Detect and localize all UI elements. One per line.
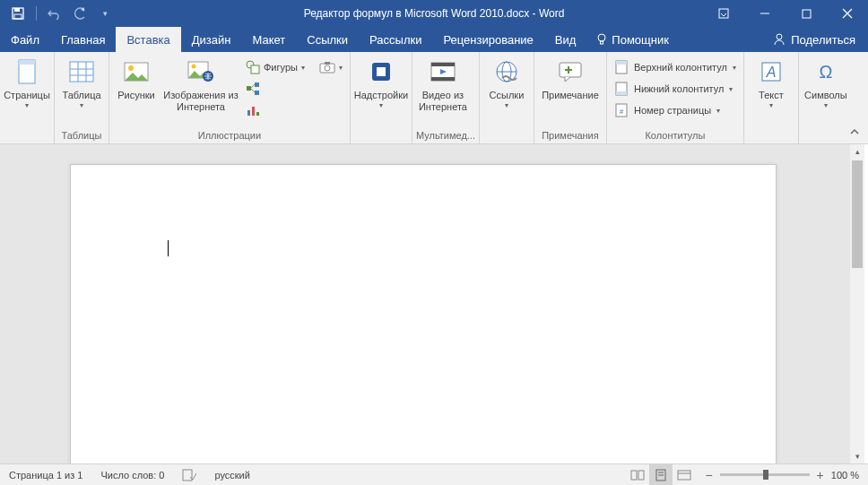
svg-rect-57 xyxy=(631,471,637,480)
group-comments: Примечание Примечания xyxy=(534,52,607,143)
read-mode-button[interactable] xyxy=(626,464,649,486)
addins-button[interactable]: Надстройки ▾ xyxy=(354,54,408,127)
svg-point-10 xyxy=(777,34,782,39)
text-button[interactable]: A Текст ▾ xyxy=(748,54,794,127)
svg-rect-58 xyxy=(638,471,644,480)
comment-button[interactable]: Примечание xyxy=(538,54,603,127)
tab-design[interactable]: Дизайн xyxy=(181,27,242,52)
header-button[interactable]: Верхний колонтитул▾ xyxy=(611,57,740,77)
table-button[interactable]: Таблица ▾ xyxy=(58,54,105,127)
comment-icon xyxy=(556,57,585,86)
scroll-up-button[interactable]: ▴ xyxy=(850,144,864,159)
tab-file[interactable]: Файл xyxy=(0,27,50,52)
document-name: Редактор формул в Microsoft Word 2010.do… xyxy=(304,7,530,20)
smartart-button[interactable] xyxy=(242,79,308,99)
links-button[interactable]: Ссылки ▾ xyxy=(483,54,530,127)
ribbon-options-button[interactable] xyxy=(703,0,744,27)
zoom-slider[interactable] xyxy=(720,473,810,476)
scroll-down-button[interactable]: ▾ xyxy=(850,449,864,463)
omega-icon: Ω xyxy=(812,57,840,86)
group-text: A Текст ▾ xyxy=(744,52,799,143)
smartart-icon xyxy=(246,82,260,96)
pagenumber-button[interactable]: # Номер страницы▾ xyxy=(611,100,740,120)
svg-rect-13 xyxy=(70,62,93,82)
shapes-icon xyxy=(246,60,260,74)
chart-button[interactable] xyxy=(242,100,308,120)
online-video-button[interactable]: Видео из Интернета xyxy=(416,54,470,127)
tell-me[interactable]: Помощник xyxy=(586,27,678,52)
page-indicator[interactable]: Страница 1 из 1 xyxy=(0,470,91,481)
tell-me-label: Помощник xyxy=(612,33,669,47)
zoom-in-button[interactable]: + xyxy=(817,468,824,482)
svg-rect-9 xyxy=(601,41,603,44)
addins-icon xyxy=(367,57,395,86)
window-controls xyxy=(703,0,868,27)
spellcheck-icon xyxy=(182,469,196,481)
tab-review[interactable]: Рецензирование xyxy=(432,27,543,52)
document-area[interactable] xyxy=(0,144,850,463)
screenshot-button[interactable]: ▾ xyxy=(316,57,346,77)
link-icon xyxy=(492,57,521,86)
close-button[interactable] xyxy=(827,0,868,27)
web-layout-button[interactable] xyxy=(673,464,696,486)
comment-label: Примечание xyxy=(542,90,599,101)
save-button[interactable] xyxy=(7,3,29,24)
redo-button[interactable] xyxy=(69,3,91,24)
svg-rect-30 xyxy=(247,110,250,116)
online-picture-icon xyxy=(187,57,215,86)
share-button[interactable]: Поделиться xyxy=(760,27,868,52)
language-indicator[interactable]: русский xyxy=(205,470,258,481)
maximize-button[interactable] xyxy=(786,0,827,27)
vertical-scrollbar[interactable]: ▴ ▾ xyxy=(850,144,864,463)
shapes-button[interactable]: Фигуры▾ xyxy=(242,57,308,77)
tab-insert[interactable]: Вставка xyxy=(116,27,180,52)
quick-access-toolbar: ▾ xyxy=(0,3,116,24)
table-icon xyxy=(67,57,96,86)
group-illustrations: Рисунки Изображения из Интернета Фигуры▾ xyxy=(109,52,351,143)
tab-home[interactable]: Главная xyxy=(50,27,116,52)
svg-rect-37 xyxy=(377,67,386,76)
undo-button[interactable] xyxy=(44,3,65,24)
chevron-down-icon: ▾ xyxy=(379,101,383,110)
qat-customize-button[interactable]: ▾ xyxy=(94,3,116,24)
word-count[interactable]: Число слов: 0 xyxy=(91,470,173,481)
title-bar: ▾ Редактор формул в Microsoft Word 2010.… xyxy=(0,0,868,27)
scroll-thumb[interactable] xyxy=(852,160,863,268)
spellcheck-button[interactable] xyxy=(173,469,205,481)
svg-rect-50 xyxy=(616,91,627,95)
pictures-button[interactable]: Рисунки xyxy=(113,54,160,127)
footer-button[interactable]: Нижний колонтитул▾ xyxy=(611,79,740,99)
zoom-thumb[interactable] xyxy=(763,470,768,480)
collapse-ribbon-button[interactable] xyxy=(846,124,863,140)
tab-layout[interactable]: Макет xyxy=(241,27,296,52)
online-pictures-button[interactable]: Изображения из Интернета xyxy=(163,54,239,127)
minimize-button[interactable] xyxy=(744,0,786,27)
symbols-button[interactable]: Ω Символы ▾ xyxy=(803,54,849,127)
links-label: Ссылки xyxy=(490,90,525,101)
chevron-down-icon: ▾ xyxy=(505,101,508,110)
header-label: Верхний колонтитул xyxy=(634,62,727,73)
chevron-down-icon: ▾ xyxy=(824,101,828,110)
svg-rect-56 xyxy=(183,470,192,481)
group-addins: Надстройки ▾ xyxy=(351,52,412,143)
group-comments-label: Примечания xyxy=(538,128,603,143)
zoom-out-button[interactable]: − xyxy=(705,468,712,482)
footer-label: Нижний колонтитул xyxy=(634,83,724,94)
chevron-down-icon: ▾ xyxy=(80,101,83,110)
tab-mailings[interactable]: Рассылки xyxy=(359,27,432,52)
page[interactable] xyxy=(70,164,777,463)
print-layout-button[interactable] xyxy=(649,464,673,486)
zoom-value[interactable]: 100 % xyxy=(831,470,859,481)
svg-line-29 xyxy=(251,89,255,92)
svg-rect-5 xyxy=(803,10,811,18)
tab-references[interactable]: Ссылки xyxy=(296,27,359,52)
page-icon xyxy=(13,57,41,86)
group-links: Ссылки ▾ xyxy=(480,52,534,143)
illustrations-small: Фигуры▾ xyxy=(242,54,308,120)
svg-rect-1 xyxy=(14,8,20,12)
qat-separator xyxy=(36,6,37,21)
illustrations-small-2: ▾ xyxy=(312,54,346,77)
pages-button[interactable]: Страницы ▾ xyxy=(4,54,50,127)
tab-view[interactable]: Вид xyxy=(544,27,587,52)
pagenumber-label: Номер страницы xyxy=(634,105,711,116)
